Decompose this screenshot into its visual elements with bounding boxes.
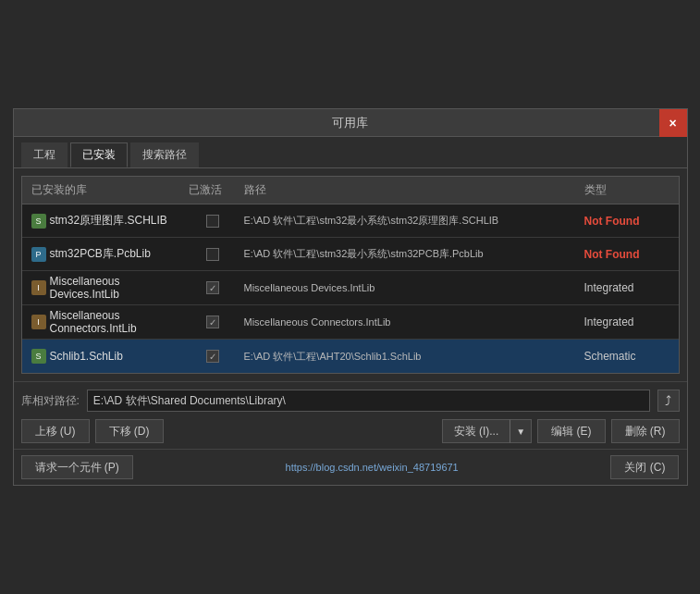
delete-button[interactable]: 删除 (R) (611, 419, 680, 443)
cell-type: Schematic (581, 346, 673, 366)
request-component-button[interactable]: 请求一个元件 (P) (21, 455, 133, 479)
cell-type: Not Found (581, 211, 673, 231)
close-dialog-button[interactable]: 关闭 (C) (610, 455, 679, 479)
cell-path: Miscellaneous Connectors.IntLib (240, 313, 581, 331)
cell-name: I Miscellaneous Connectors.IntLib (28, 305, 185, 339)
active-checkbox[interactable] (206, 350, 219, 363)
header-type: 类型 (581, 180, 673, 200)
close-button[interactable]: × (659, 109, 687, 137)
cell-checkbox[interactable] (185, 244, 240, 265)
cell-path: E:\AD 软件\工程\AHT20\Schlib1.SchLib (240, 346, 581, 367)
header-active: 已激活 (185, 180, 240, 200)
cell-checkbox[interactable] (185, 312, 240, 332)
cell-type: Not Found (581, 244, 673, 265)
active-checkbox[interactable] (206, 281, 219, 294)
cell-path: E:\AD 软件\工程\stm32最小系统\stm32原理图库.SCHLIB (240, 210, 581, 231)
header-name: 已安装的库 (28, 180, 185, 200)
browse-button[interactable]: ⤴ (657, 390, 680, 412)
cell-checkbox[interactable] (185, 278, 240, 298)
intlib-icon: I (31, 280, 46, 295)
table-row[interactable]: S Schlib1.SchLib E:\AD 软件\工程\AHT20\Schli… (22, 340, 679, 373)
active-checkbox[interactable] (206, 316, 219, 328)
schlib-icon: S (31, 214, 46, 229)
cell-checkbox[interactable] (185, 346, 240, 366)
install-button[interactable]: 安装 (I)... (442, 419, 510, 443)
dialog-title: 可用库 (332, 115, 368, 131)
table-header: 已安装的库 已激活 路径 类型 (22, 177, 679, 204)
pcblib-icon: P (31, 247, 46, 262)
cell-name: I Miscellaneous Devices.IntLib (28, 271, 185, 304)
table-row[interactable]: S stm32原理图库.SCHLIB E:\AD 软件\工程\stm32最小系统… (22, 204, 679, 238)
active-checkbox[interactable] (206, 248, 219, 261)
move-up-button[interactable]: 上移 (U) (21, 419, 90, 443)
cell-type: Integrated (581, 312, 673, 332)
cell-type: Integrated (581, 278, 673, 298)
intlib-icon: I (31, 315, 46, 329)
footer: 请求一个元件 (P) https://blog.csdn.net/weixin_… (14, 449, 687, 485)
cell-name: S stm32原理图库.SCHLIB (28, 209, 185, 232)
cell-checkbox[interactable] (185, 211, 240, 231)
edit-button[interactable]: 编辑 (E) (537, 419, 605, 443)
available-libraries-dialog: 可用库 × 工程 已安装 搜索路径 已安装的库 已激活 路径 类型 S (13, 108, 688, 486)
active-checkbox[interactable] (206, 215, 219, 228)
title-bar: 可用库 × (14, 109, 687, 137)
cell-path: Miscellaneous Devices.IntLib (240, 278, 581, 297)
path-input[interactable] (87, 390, 650, 412)
folder-icon: ⤴ (665, 393, 671, 408)
library-table: 已安装的库 已激活 路径 类型 S stm32原理图库.SCHLIB E:\AD… (21, 176, 680, 374)
path-row: 库相对路径: ⤴ (21, 390, 680, 412)
install-dropdown-arrow[interactable]: ▼ (510, 419, 532, 443)
table-row[interactable]: I Miscellaneous Connectors.IntLib Miscel… (22, 305, 679, 340)
install-button-group: 安装 (I)... ▼ (442, 419, 533, 443)
content-area: 已安装的库 已激活 路径 类型 S stm32原理图库.SCHLIB E:\AD… (14, 168, 687, 381)
table-row[interactable]: P stm32PCB库.PcbLib E:\AD 软件\工程\stm32最小系统… (22, 238, 679, 271)
move-down-button[interactable]: 下移 (D) (95, 419, 164, 443)
footer-link[interactable]: https://blog.csdn.net/weixin_48719671 (286, 462, 459, 473)
cell-name: P stm32PCB库.PcbLib (28, 242, 185, 266)
tab-project[interactable]: 工程 (21, 142, 68, 167)
path-label: 库相对路径: (21, 393, 80, 409)
tab-installed[interactable]: 已安装 (70, 142, 128, 167)
buttons-row: 上移 (U) 下移 (D) 安装 (I)... ▼ 编辑 (E) 删除 (R) (21, 419, 680, 443)
header-path: 路径 (240, 180, 581, 200)
tab-search-path[interactable]: 搜索路径 (130, 142, 199, 167)
bottom-section: 库相对路径: ⤴ 上移 (U) 下移 (D) 安装 (I)... ▼ 编辑 (E… (14, 381, 687, 449)
tab-bar: 工程 已安装 搜索路径 (14, 137, 687, 168)
schlib-icon: S (31, 349, 46, 364)
cell-path: E:\AD 软件\工程\stm32最小系统\stm32PCB库.PcbLib (240, 243, 581, 265)
cell-name: S Schlib1.SchLib (28, 345, 185, 367)
table-row[interactable]: I Miscellaneous Devices.IntLib Miscellan… (22, 271, 679, 305)
